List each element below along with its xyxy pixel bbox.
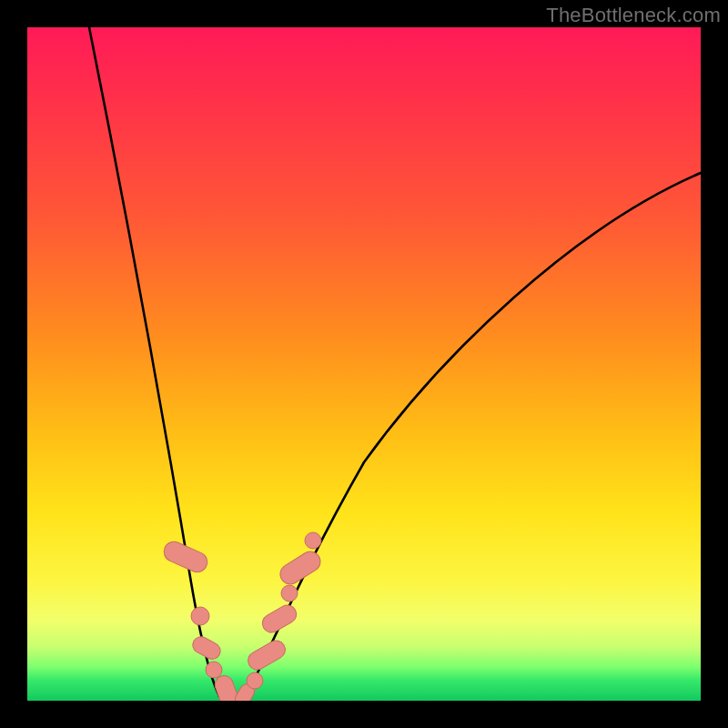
plot-area xyxy=(27,27,701,701)
curve-group xyxy=(89,27,701,699)
marker-circle-9 xyxy=(281,585,298,602)
curve-right-branch xyxy=(246,173,701,696)
stage: TheBottleneck.com xyxy=(0,0,728,728)
marker-layer xyxy=(161,532,324,701)
curve-left-branch xyxy=(89,27,219,696)
marker-circle-1 xyxy=(191,607,209,625)
marker-circle-6 xyxy=(247,672,263,689)
watermark-text: TheBottleneck.com xyxy=(546,4,721,27)
marker-capsule-8 xyxy=(259,602,300,635)
marker-capsule-7 xyxy=(245,637,288,672)
marker-circle-11 xyxy=(305,532,321,549)
marker-circle-3 xyxy=(206,662,222,678)
chart-svg xyxy=(27,27,701,701)
